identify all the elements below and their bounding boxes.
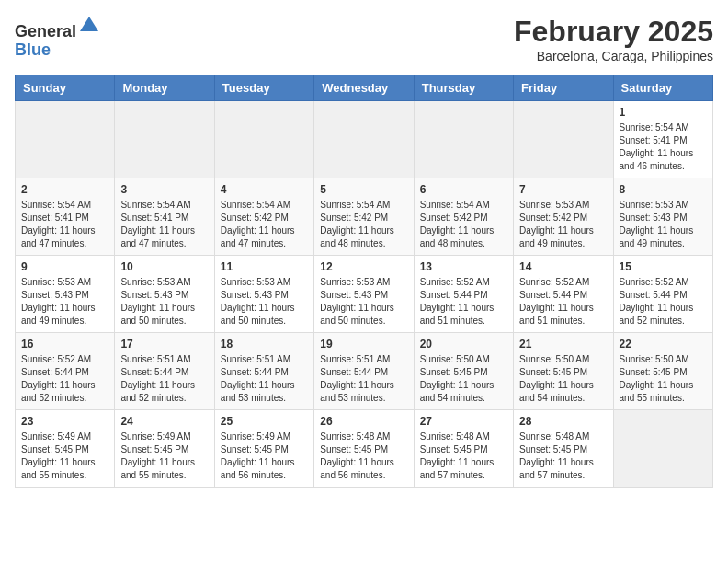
table-row: 13Sunrise: 5:52 AM Sunset: 5:44 PM Dayli… — [414, 256, 513, 333]
calendar-week-row: 23Sunrise: 5:49 AM Sunset: 5:45 PM Dayli… — [16, 410, 713, 488]
table-row — [613, 410, 712, 488]
col-tuesday: Tuesday — [214, 75, 313, 101]
table-row — [115, 101, 214, 178]
table-row: 19Sunrise: 5:51 AM Sunset: 5:44 PM Dayli… — [314, 333, 414, 410]
day-number: 23 — [21, 415, 108, 428]
table-row: 6Sunrise: 5:54 AM Sunset: 5:42 PM Daylig… — [414, 178, 513, 256]
day-number: 12 — [320, 260, 407, 273]
table-row: 25Sunrise: 5:49 AM Sunset: 5:45 PM Dayli… — [214, 410, 313, 488]
day-number: 28 — [519, 415, 607, 428]
col-wednesday: Wednesday — [314, 75, 414, 101]
day-number: 7 — [519, 183, 607, 196]
day-number: 3 — [120, 183, 208, 196]
col-friday: Friday — [514, 75, 613, 101]
day-info: Sunrise: 5:51 AM Sunset: 5:44 PM Dayligh… — [320, 353, 407, 405]
table-row: 20Sunrise: 5:50 AM Sunset: 5:45 PM Dayli… — [414, 333, 513, 410]
day-info: Sunrise: 5:48 AM Sunset: 5:45 PM Dayligh… — [420, 431, 507, 482]
day-number: 18 — [221, 338, 308, 350]
day-number: 15 — [620, 260, 707, 273]
day-number: 14 — [519, 260, 607, 273]
table-row: 28Sunrise: 5:48 AM Sunset: 5:45 PM Dayli… — [514, 410, 613, 488]
col-sunday: Sunday — [16, 75, 115, 101]
table-row: 16Sunrise: 5:52 AM Sunset: 5:44 PM Dayli… — [16, 333, 115, 410]
day-number: 10 — [120, 260, 208, 273]
col-saturday: Saturday — [613, 75, 712, 101]
day-info: Sunrise: 5:54 AM Sunset: 5:41 PM Dayligh… — [620, 121, 707, 173]
title-block: February 2025 Barcelona, Caraga, Philipp… — [514, 15, 713, 63]
col-monday: Monday — [115, 75, 214, 101]
table-row: 3Sunrise: 5:54 AM Sunset: 5:41 PM Daylig… — [115, 178, 214, 256]
table-row: 27Sunrise: 5:48 AM Sunset: 5:45 PM Dayli… — [414, 410, 513, 488]
table-row — [314, 101, 414, 178]
day-info: Sunrise: 5:53 AM Sunset: 5:42 PM Dayligh… — [519, 199, 607, 250]
day-number: 4 — [221, 183, 308, 196]
day-info: Sunrise: 5:52 AM Sunset: 5:44 PM Dayligh… — [21, 353, 108, 405]
day-info: Sunrise: 5:48 AM Sunset: 5:45 PM Dayligh… — [320, 431, 407, 482]
table-row: 22Sunrise: 5:50 AM Sunset: 5:45 PM Dayli… — [613, 333, 712, 410]
table-row: 17Sunrise: 5:51 AM Sunset: 5:44 PM Dayli… — [115, 333, 214, 410]
day-info: Sunrise: 5:52 AM Sunset: 5:44 PM Dayligh… — [420, 276, 507, 327]
table-row: 23Sunrise: 5:49 AM Sunset: 5:45 PM Dayli… — [16, 410, 115, 488]
table-row: 14Sunrise: 5:52 AM Sunset: 5:44 PM Dayli… — [514, 256, 613, 333]
day-info: Sunrise: 5:54 AM Sunset: 5:42 PM Dayligh… — [320, 199, 407, 250]
table-row — [16, 101, 115, 178]
table-row: 1Sunrise: 5:54 AM Sunset: 5:41 PM Daylig… — [613, 101, 712, 178]
table-row: 5Sunrise: 5:54 AM Sunset: 5:42 PM Daylig… — [314, 178, 414, 256]
col-thursday: Thursday — [414, 75, 513, 101]
day-number: 8 — [620, 183, 707, 196]
location-subtitle: Barcelona, Caraga, Philippines — [514, 49, 713, 63]
table-row — [214, 101, 313, 178]
day-number: 11 — [221, 260, 308, 273]
calendar-header-row: Sunday Monday Tuesday Wednesday Thursday… — [16, 75, 713, 101]
day-number: 22 — [620, 338, 707, 350]
day-info: Sunrise: 5:50 AM Sunset: 5:45 PM Dayligh… — [519, 353, 607, 405]
table-row: 11Sunrise: 5:53 AM Sunset: 5:43 PM Dayli… — [214, 256, 313, 333]
day-number: 27 — [420, 415, 507, 428]
day-info: Sunrise: 5:49 AM Sunset: 5:45 PM Dayligh… — [221, 431, 308, 482]
day-info: Sunrise: 5:51 AM Sunset: 5:44 PM Dayligh… — [120, 353, 208, 405]
table-row: 15Sunrise: 5:52 AM Sunset: 5:44 PM Dayli… — [613, 256, 712, 333]
table-row: 21Sunrise: 5:50 AM Sunset: 5:45 PM Dayli… — [514, 333, 613, 410]
day-number: 13 — [420, 260, 507, 273]
day-number: 1 — [620, 106, 707, 119]
day-info: Sunrise: 5:54 AM Sunset: 5:42 PM Dayligh… — [221, 199, 308, 250]
day-info: Sunrise: 5:52 AM Sunset: 5:44 PM Dayligh… — [620, 276, 707, 327]
day-number: 9 — [21, 260, 108, 273]
table-row: 26Sunrise: 5:48 AM Sunset: 5:45 PM Dayli… — [314, 410, 414, 488]
day-info: Sunrise: 5:54 AM Sunset: 5:42 PM Dayligh… — [420, 199, 507, 250]
svg-marker-0 — [80, 17, 98, 31]
table-row: 7Sunrise: 5:53 AM Sunset: 5:42 PM Daylig… — [514, 178, 613, 256]
day-number: 16 — [21, 338, 108, 350]
day-number: 17 — [120, 338, 208, 350]
logo-icon — [78, 15, 100, 37]
table-row: 8Sunrise: 5:53 AM Sunset: 5:43 PM Daylig… — [613, 178, 712, 256]
day-number: 20 — [420, 338, 507, 350]
day-number: 21 — [519, 338, 607, 350]
day-info: Sunrise: 5:48 AM Sunset: 5:45 PM Dayligh… — [519, 431, 607, 482]
day-info: Sunrise: 5:50 AM Sunset: 5:45 PM Dayligh… — [420, 353, 507, 405]
day-info: Sunrise: 5:53 AM Sunset: 5:43 PM Dayligh… — [21, 276, 108, 327]
calendar-week-row: 9Sunrise: 5:53 AM Sunset: 5:43 PM Daylig… — [16, 256, 713, 333]
table-row — [414, 101, 513, 178]
table-row: 4Sunrise: 5:54 AM Sunset: 5:42 PM Daylig… — [214, 178, 313, 256]
logo: General Blue — [15, 15, 100, 60]
calendar-week-row: 2Sunrise: 5:54 AM Sunset: 5:41 PM Daylig… — [16, 178, 713, 256]
logo-blue-text: Blue — [15, 40, 51, 59]
day-info: Sunrise: 5:49 AM Sunset: 5:45 PM Dayligh… — [21, 431, 108, 482]
page-header: General Blue February 2025 Barcelona, Ca… — [15, 15, 713, 63]
day-number: 25 — [221, 415, 308, 428]
day-number: 6 — [420, 183, 507, 196]
day-info: Sunrise: 5:49 AM Sunset: 5:45 PM Dayligh… — [120, 431, 208, 482]
day-info: Sunrise: 5:53 AM Sunset: 5:43 PM Dayligh… — [620, 199, 707, 250]
logo-general-text: General — [15, 22, 76, 40]
day-info: Sunrise: 5:54 AM Sunset: 5:41 PM Dayligh… — [21, 199, 108, 250]
day-number: 26 — [320, 415, 407, 428]
day-number: 2 — [21, 183, 108, 196]
calendar-table: Sunday Monday Tuesday Wednesday Thursday… — [15, 75, 713, 488]
table-row — [514, 101, 613, 178]
calendar-week-row: 16Sunrise: 5:52 AM Sunset: 5:44 PM Dayli… — [16, 333, 713, 410]
calendar-week-row: 1Sunrise: 5:54 AM Sunset: 5:41 PM Daylig… — [16, 101, 713, 178]
day-info: Sunrise: 5:53 AM Sunset: 5:43 PM Dayligh… — [320, 276, 407, 327]
day-info: Sunrise: 5:53 AM Sunset: 5:43 PM Dayligh… — [120, 276, 208, 327]
table-row: 9Sunrise: 5:53 AM Sunset: 5:43 PM Daylig… — [16, 256, 115, 333]
